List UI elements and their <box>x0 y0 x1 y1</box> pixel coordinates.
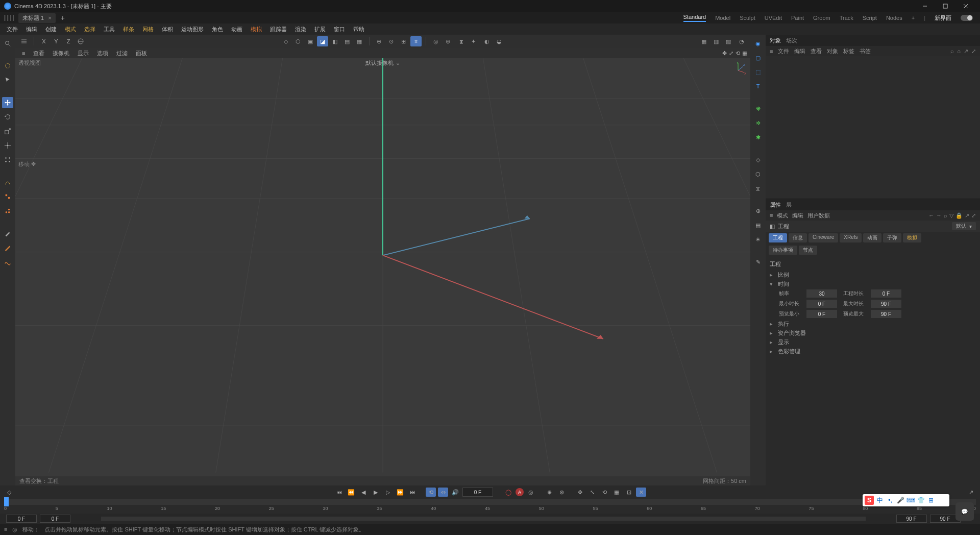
ime-keyboard-icon[interactable]: ⌨ <box>906 496 915 504</box>
obj-expand-icon[interactable]: ⤢ <box>971 48 976 55</box>
cursor-tool-icon[interactable] <box>2 75 13 86</box>
new-tab-button[interactable]: + <box>56 14 70 22</box>
status-hamburger-icon[interactable]: ≡ <box>4 526 7 532</box>
key-move-icon[interactable]: ✥ <box>575 488 585 497</box>
attr-row-scale[interactable]: ▸比例 <box>770 270 976 279</box>
minimize-button[interactable] <box>915 0 935 12</box>
workplane-icon[interactable]: ◎ <box>430 36 442 46</box>
placement-tool-icon[interactable] <box>2 205 13 216</box>
viewport-camera-label[interactable]: 默认摄像机 ⌄ <box>365 59 400 67</box>
attr-prev-icon[interactable]: ← <box>928 212 934 219</box>
key-all-icon[interactable]: ⊡ <box>624 488 634 497</box>
menu-6[interactable]: 样条 <box>119 25 138 34</box>
rot-key-icon[interactable]: ⊗ <box>556 488 567 497</box>
prev-key-icon[interactable]: ⏪ <box>346 488 356 497</box>
instance-icon[interactable]: ⬡ <box>752 168 764 180</box>
attr-menu-edit[interactable]: 编辑 <box>792 212 803 220</box>
picture-viewer-icon[interactable]: ▧ <box>723 36 734 46</box>
menu-0[interactable]: 文件 <box>3 25 21 34</box>
soft-radius-icon[interactable]: ◒ <box>494 36 505 46</box>
goto-end-icon[interactable]: ⏭ <box>407 488 418 497</box>
projlen-input[interactable] <box>871 289 901 298</box>
menu-8[interactable]: 体积 <box>158 25 177 34</box>
attr-row-execute[interactable]: ▸执行 <box>770 319 976 328</box>
new-layout-label[interactable]: 新界面 <box>935 14 951 22</box>
effector-icon[interactable]: ✲ <box>752 117 764 129</box>
attr-preset-dropdown[interactable]: 默认▾ <box>952 222 976 230</box>
object-mode-icon[interactable]: ⬡ <box>292 36 304 46</box>
render-region-icon[interactable]: ▥ <box>710 36 722 46</box>
attr-newwin-icon[interactable]: ↗ <box>965 212 969 219</box>
obj-home-icon[interactable]: ⌂ <box>957 48 961 55</box>
obj-menu-view[interactable]: 查看 <box>811 47 822 55</box>
attr-menu-mode[interactable]: 模式 <box>777 212 788 220</box>
autokey-icon[interactable]: A <box>516 488 524 496</box>
view-menu-panel[interactable]: 面板 <box>132 49 151 58</box>
poly-mode-icon[interactable]: ◧ <box>329 36 340 46</box>
uv-mode-icon[interactable]: ▤ <box>341 36 353 46</box>
next-key-icon[interactable]: ⏩ <box>395 488 405 497</box>
texture-mode-icon[interactable]: ▦ <box>354 36 365 46</box>
obj-hamburger-icon[interactable]: ≡ <box>770 48 773 54</box>
coord-tool-icon[interactable] <box>2 191 13 202</box>
point-mode-icon[interactable]: ▣ <box>305 36 316 46</box>
key-param-icon[interactable]: ▦ <box>611 488 622 497</box>
maximize-button[interactable] <box>935 0 955 12</box>
ime-punct-icon[interactable]: •, <box>886 496 894 504</box>
prevmin-input[interactable] <box>806 310 837 318</box>
attr-tab-cineware[interactable]: Cineware <box>808 233 838 242</box>
attr-tab-xrefs[interactable]: XRefs <box>840 233 862 242</box>
attr-menu-userdata[interactable]: 用户数据 <box>807 212 830 220</box>
attr-row-time[interactable]: ▾时间 <box>770 279 976 288</box>
symmetry-obj-icon[interactable]: ⧖ <box>752 183 764 194</box>
prev-frame-icon[interactable]: ◀ <box>358 488 369 497</box>
snap-grid-icon[interactable]: ⊞ <box>398 36 409 46</box>
scale-tool-icon[interactable] <box>2 126 13 137</box>
menu-16[interactable]: 窗口 <box>330 25 349 34</box>
menu-4[interactable]: 选择 <box>81 25 99 34</box>
keyframe-icon[interactable]: ◇ <box>4 488 14 497</box>
attr-row-display[interactable]: ▸显示 <box>770 337 976 347</box>
pos-key-icon[interactable]: ⊕ <box>544 488 554 497</box>
camera-tool-icon[interactable]: ◉ <box>752 38 764 49</box>
layout-mode-model[interactable]: Model <box>715 15 730 21</box>
menu-7[interactable]: 网格 <box>139 25 157 34</box>
attr-search-icon[interactable]: ⌕ <box>944 212 947 219</box>
material-icon[interactable]: ⊕ <box>752 205 764 216</box>
rotate-tool-icon[interactable] <box>2 111 13 123</box>
attr-tab-anim[interactable]: 动画 <box>863 233 881 242</box>
text-tool-icon[interactable]: T <box>752 81 764 92</box>
axis-y-button[interactable]: Y <box>51 36 62 46</box>
layout-mode-uvedit[interactable]: UVEdit <box>765 15 782 21</box>
deformer-icon[interactable]: ❋ <box>752 103 764 114</box>
transform-tool-icon[interactable] <box>2 140 13 151</box>
hamburger-icon[interactable] <box>18 36 30 46</box>
record-icon[interactable]: ◯ <box>503 488 513 497</box>
menu-14[interactable]: 渲染 <box>291 25 310 34</box>
attr-row-assets[interactable]: ▸资产浏览器 <box>770 328 976 337</box>
timeline-track[interactable] <box>4 499 976 505</box>
document-tab[interactable]: 未标题 1 × <box>18 13 56 23</box>
nav-move-icon[interactable]: ✥ <box>722 50 727 57</box>
world-axis-icon[interactable] <box>75 36 86 46</box>
add-layout-icon[interactable]: + <box>912 15 915 21</box>
attr-tab-todo[interactable]: 待办事项 <box>769 246 797 255</box>
menu-12[interactable]: 模拟 <box>247 25 265 34</box>
axis-z-button[interactable]: Z <box>63 36 74 46</box>
snap-guide-icon[interactable]: ⌗ <box>410 36 422 46</box>
obj-menu-object[interactable]: 对象 <box>827 47 838 55</box>
ime-skin-icon[interactable]: 👕 <box>917 496 925 504</box>
next-frame-icon[interactable]: ▷ <box>383 488 393 497</box>
layout-grip-icon[interactable] <box>4 15 14 21</box>
layout-mode-script[interactable]: Script <box>863 15 877 21</box>
asset-browser-icon[interactable]: ▤ <box>752 220 764 231</box>
layout-mode-nodes[interactable]: Nodes <box>886 15 902 21</box>
obj-menu-file[interactable]: 文件 <box>778 47 789 55</box>
prevmax-input[interactable] <box>871 310 901 318</box>
range-icon[interactable]: ⇔ <box>438 488 448 497</box>
sound-icon[interactable]: 🔊 <box>450 488 460 497</box>
obj-new-window-icon[interactable]: ↗ <box>964 48 968 55</box>
edge-mode-icon[interactable]: ◪ <box>317 36 328 46</box>
menu-1[interactable]: 编辑 <box>22 25 41 34</box>
viewport[interactable]: 透视视图 默认摄像机 ⌄ 移动 ✥ Y X Z <box>15 58 750 476</box>
